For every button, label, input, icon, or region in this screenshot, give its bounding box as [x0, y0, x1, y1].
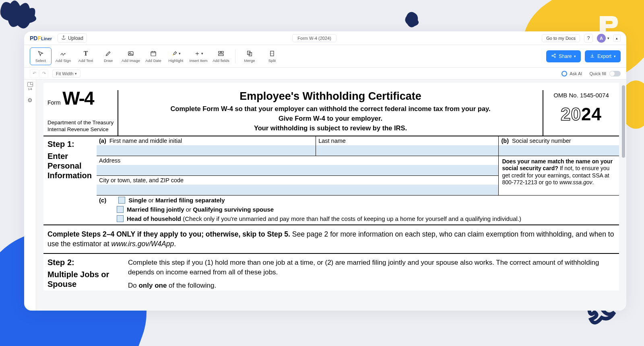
cell-last-name: Last name: [316, 136, 499, 156]
export-button[interactable]: Export ▾: [585, 50, 621, 62]
undo-button[interactable]: ↶: [30, 69, 39, 78]
quick-fill-toggle[interactable]: Quick fill: [589, 71, 621, 76]
merge-icon: [246, 49, 253, 58]
topbar-right: Go to my Docs ? A ▾ ▴: [542, 34, 621, 43]
tool-add-image[interactable]: Add Image: [120, 47, 142, 65]
window-settings-button[interactable]: ▴: [613, 35, 621, 42]
do-a: Do: [128, 282, 138, 289]
pages-panel-button[interactable]: 1/4: [26, 82, 35, 91]
checkbox-single: (c) Single or Married filing separately: [97, 196, 619, 205]
upload-button[interactable]: Upload: [58, 33, 87, 43]
last-name-field[interactable]: [316, 145, 498, 156]
toggle-switch: [609, 71, 621, 76]
tool-group-doc: Merge Split: [239, 47, 283, 65]
ask-ai-button[interactable]: Ask AI: [561, 71, 582, 76]
zoom-select[interactable]: Fit Width ▾: [52, 70, 80, 78]
gear-icon: ⚙: [27, 97, 33, 103]
step-2-label: Step 2: Multiple Jobs or Spouse: [47, 258, 128, 290]
first-name-label: First name and middle initial: [109, 138, 182, 144]
row-address: Address City or town, state, and ZIP cod…: [97, 156, 619, 196]
vertical-scrollbar[interactable]: [621, 81, 625, 309]
download-icon: [590, 53, 595, 60]
c2c: Qualifying surviving spouse: [193, 206, 274, 213]
logo-d: D: [33, 35, 37, 41]
tool-add-date[interactable]: Add Date: [142, 47, 164, 65]
tool-split[interactable]: Split: [261, 47, 283, 65]
tool-merge-label: Merge: [244, 58, 255, 63]
chevron-down-icon: ▾: [75, 72, 77, 76]
form-subtitle: Complete Form W-4 so that your employer …: [122, 104, 539, 133]
image-icon: [128, 49, 134, 58]
share-icon: [551, 53, 556, 60]
app-window: PDFLiner Upload Form W-4 (2024) Go to my…: [24, 31, 626, 311]
upload-label: Upload: [68, 35, 83, 41]
document-title[interactable]: Form W-4 (2024): [292, 34, 336, 42]
topbar: PDFLiner Upload Form W-4 (2024) Go to my…: [24, 31, 626, 45]
instr-url: www.irs.gov/W4App: [111, 240, 174, 248]
tool-fields-label: Add fields: [213, 58, 229, 63]
signature-icon: [60, 49, 66, 58]
cell-first-name: (a)First name and middle initial: [97, 136, 316, 156]
step-2: Step 2: Multiple Jobs or Spouse Complete…: [43, 254, 619, 290]
row-filing-status: (c) Single or Married filing separately …: [97, 196, 619, 224]
checkbox-hoh-box[interactable]: [117, 215, 124, 222]
checkbox-head-household: Head of household (Check only if you're …: [97, 214, 619, 224]
svg-rect-5: [219, 54, 223, 56]
undo-redo-group: ↶ ↷: [30, 69, 48, 78]
share-button[interactable]: Share ▾: [546, 50, 581, 62]
form-code: W-4: [62, 88, 93, 109]
upload-icon: [61, 35, 66, 41]
name-match-note: Does your name match the name on your so…: [499, 156, 619, 188]
first-name-field[interactable]: [97, 145, 316, 156]
account-menu-button[interactable]: A ▾: [597, 34, 609, 43]
page-count: 1/4: [28, 87, 32, 91]
ssn-field[interactable]: [499, 145, 619, 156]
logo-rest: Liner: [41, 36, 52, 41]
sub-line-1: Complete Form W-4 so that your employer …: [122, 104, 539, 114]
city-field[interactable]: [97, 185, 498, 195]
tool-merge[interactable]: Merge: [239, 47, 260, 65]
subbar: ↶ ↷ Fit Width ▾ Ask AI Quick fill: [24, 68, 626, 80]
export-label: Export: [597, 54, 611, 59]
text-icon: T: [84, 49, 88, 58]
checkbox-married-jointly: Married filing jointly or Qualifying sur…: [97, 205, 619, 214]
c1a: Single: [128, 197, 147, 204]
checkbox-single-box[interactable]: [118, 197, 125, 204]
c2a: Married filing jointly: [127, 206, 184, 213]
app-logo[interactable]: PDFLiner: [30, 35, 52, 41]
label-a: (a): [99, 138, 106, 144]
settings-rail-button[interactable]: ⚙: [26, 96, 35, 105]
sub-line-3: Your withholding is subject to review by…: [122, 124, 539, 133]
year-20: 20: [561, 104, 581, 124]
tool-add-text[interactable]: T Add Text: [75, 47, 97, 65]
tool-add-sign[interactable]: Add Sign: [52, 47, 74, 65]
tool-highlight-label: Highlight: [169, 58, 184, 63]
svg-rect-7: [249, 52, 252, 56]
omb-number: OMB No. 1545-0074: [547, 92, 616, 99]
redo-button[interactable]: ↷: [39, 69, 48, 78]
pdf-page: Form W-4 Department of the Treasury Inte…: [43, 83, 619, 290]
goto-docs-button[interactable]: Go to my Docs: [542, 34, 580, 42]
cell-address: Address City or town, state, and ZIP cod…: [97, 156, 499, 195]
step-2-name: Multiple Jobs or Spouse: [47, 270, 128, 289]
address-field[interactable]: [97, 165, 498, 175]
tool-highlight[interactable]: ▾ Highlight: [165, 47, 187, 65]
tool-add-fields[interactable]: Add fields: [210, 47, 232, 65]
ask-ai-label: Ask AI: [570, 71, 582, 76]
tool-text-label: Add Text: [78, 58, 93, 63]
tool-select[interactable]: Select: [30, 47, 52, 65]
step-2-do-one: Do only one of the following.: [128, 281, 615, 290]
cell-ssn: (b)Social security number: [499, 136, 619, 156]
checkbox-married-box[interactable]: [117, 206, 124, 213]
tool-draw[interactable]: Draw: [97, 47, 119, 65]
tool-insert-item[interactable]: ＋▾ Insert Item: [188, 47, 209, 65]
tool-insert-label: Insert Item: [190, 58, 208, 63]
scroll-thumb[interactable]: [622, 85, 625, 158]
form-header-center: Employee's Withholding Certificate Compl…: [118, 90, 543, 136]
help-button[interactable]: ?: [584, 34, 593, 43]
step-2-desc: Complete this step if you (1) hold more …: [128, 258, 615, 277]
ai-icon: [561, 71, 567, 76]
document-area[interactable]: Form W-4 Department of the Treasury Inte…: [36, 80, 626, 311]
form-word: Form: [47, 99, 61, 106]
year-24: 24: [581, 104, 602, 124]
